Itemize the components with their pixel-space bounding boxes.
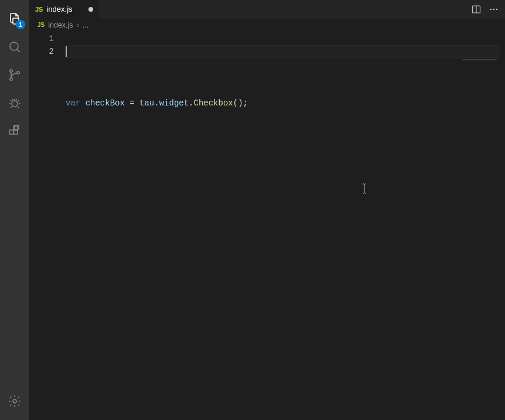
svg-rect-6 [13,130,18,134]
svg-point-2 [10,78,12,80]
editor-actions [470,0,505,18]
code-line-2[interactable] [66,135,505,148]
svg-point-1 [10,70,12,72]
svg-point-14 [496,8,498,10]
svg-point-0 [10,42,18,50]
activity-source-control[interactable] [1,61,29,89]
svg-point-13 [493,8,495,10]
main-area: JS index.js JS index.js › ... 1 [29,0,505,420]
dirty-indicator-icon [88,7,93,12]
js-file-icon: JS [35,6,43,13]
code-line-1[interactable]: var checkBox = tau.widget.Checkbox(); [66,97,505,110]
line-number: 1 [29,32,54,45]
svg-point-12 [490,8,492,10]
breadcrumb-filename: index.js [48,21,73,29]
minimap[interactable] [462,33,497,38]
tab-index-js[interactable]: JS index.js [29,0,100,18]
activity-bar: 1 [0,0,29,420]
activity-settings[interactable] [1,387,29,415]
tabs-bar: JS index.js [29,0,505,18]
svg-rect-5 [9,130,13,134]
identifier: tau [139,98,154,108]
code-editor[interactable]: 1 2 var checkBox = tau.widget.Checkbox()… [29,32,505,420]
activity-search[interactable] [1,33,29,61]
breadcrumb-trail: ... [83,21,88,29]
activity-explorer[interactable]: 1 [1,5,29,33]
punct: . [154,98,159,108]
current-line-highlight [66,45,499,58]
split-editor-icon[interactable] [470,3,483,16]
identifier: widget [159,98,189,108]
svg-point-9 [13,399,16,403]
tab-label: index.js [46,5,72,13]
breadcrumb[interactable]: JS index.js › ... [29,18,505,32]
more-actions-icon[interactable] [487,3,500,16]
line-number: 2 [29,45,54,58]
svg-point-4 [12,101,18,107]
activity-extensions[interactable] [1,117,29,145]
code-area[interactable]: var checkBox = tau.widget.Checkbox(); [66,32,505,420]
chevron-right-icon: › [77,21,79,29]
svg-point-3 [17,71,19,74]
activity-debug[interactable] [1,89,29,117]
function-call: Checkbox [194,98,233,108]
variable: checkBox [86,98,125,108]
text-cursor [66,46,67,57]
line-gutter: 1 2 [29,32,66,420]
js-file-icon: JS [37,22,45,28]
keyword: var [66,98,80,108]
punct: = [125,98,139,108]
punct: . [189,98,193,108]
punct: (); [233,98,248,108]
mouse-ibeam-icon [316,170,367,211]
explorer-badge: 1 [16,20,25,29]
